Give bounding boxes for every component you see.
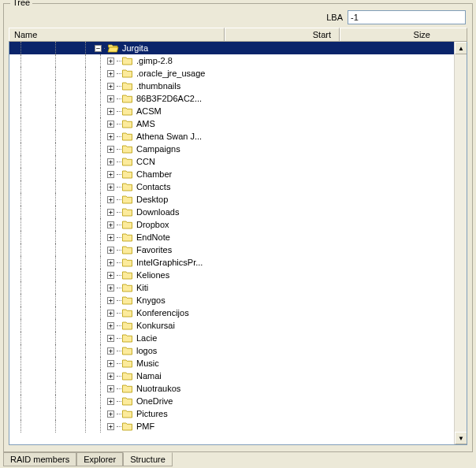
tree-row[interactable]: +Music [9, 357, 454, 370]
expander-icon[interactable]: + [107, 70, 114, 77]
tree-row-label: AMS [136, 119, 155, 128]
folder-icon [121, 283, 133, 292]
scroll-track[interactable] [455, 54, 467, 432]
scrollbar[interactable]: ▲ ▼ [454, 42, 467, 444]
folder-icon [121, 232, 133, 242]
expander-icon[interactable]: + [107, 259, 114, 266]
expander-icon[interactable]: + [107, 221, 114, 228]
header-name[interactable]: Name [9, 28, 225, 41]
expander-icon[interactable]: + [107, 171, 114, 178]
tree-row-label: Namai [136, 371, 162, 381]
tree-row[interactable]: +.thumbnails [9, 80, 454, 92]
tree-row[interactable]: +OneDrive [9, 395, 454, 407]
tab-explorer[interactable]: Explorer [76, 452, 123, 466]
tree-row-label: 86B3F2D6AC2... [136, 94, 202, 103]
tree-row-label: Dropbox [136, 220, 169, 229]
tree-row-label: Kiti [136, 283, 148, 292]
expander-icon[interactable]: + [107, 58, 114, 65]
header-size[interactable]: Size [340, 28, 467, 41]
tree-row-label: Athena Swan J... [136, 132, 202, 141]
tree-row-label: EndNote [136, 232, 170, 242]
expander-icon[interactable]: + [107, 146, 114, 153]
tree-row[interactable]: +Namai [9, 370, 454, 382]
scroll-down-icon[interactable]: ▼ [455, 432, 467, 444]
tree-row[interactable]: +Campaigns [9, 143, 454, 155]
expander-icon[interactable]: + [107, 423, 114, 430]
tree-row[interactable]: +Dropbox [9, 218, 454, 231]
tree-row[interactable]: +CCN [9, 155, 454, 168]
expander-icon[interactable]: + [107, 297, 114, 304]
tree-row[interactable]: +Lacie [9, 332, 454, 344]
expander-icon[interactable]: + [107, 398, 114, 405]
tree-row-label: Nuotraukos [136, 384, 180, 393]
header-start[interactable]: Start [225, 28, 340, 41]
folder-icon [121, 106, 133, 116]
folder-icon [121, 396, 133, 406]
tree-row[interactable]: +Contacts [9, 180, 454, 193]
folder-icon [121, 132, 133, 141]
tree-body[interactable]: −Jurgita+.gimp-2.8+.oracle_jre_usage+.th… [9, 42, 454, 444]
tree-row[interactable]: +.oracle_jre_usage [9, 67, 454, 80]
folder-icon [121, 56, 133, 65]
expander-icon[interactable]: + [107, 196, 114, 203]
tree-row[interactable]: +PMF [9, 420, 454, 433]
expander-icon[interactable]: + [107, 410, 114, 418]
expander-icon[interactable]: + [107, 373, 114, 380]
tree-row[interactable]: +Keliones [9, 269, 454, 281]
tree-row-label: Knygos [136, 295, 165, 305]
tab-raid-members[interactable]: RAID members [3, 452, 76, 466]
tree-row-label: Desktop [136, 195, 168, 204]
expander-icon[interactable]: + [107, 247, 114, 254]
expander-icon[interactable]: − [95, 45, 102, 52]
tree-row[interactable]: +Knygos [9, 294, 454, 306]
scroll-up-icon[interactable]: ▲ [455, 42, 467, 54]
expander-icon[interactable]: + [107, 322, 114, 329]
tree-row[interactable]: +Konferencijos [9, 306, 454, 319]
tree-row-label: PMF [136, 422, 154, 431]
tab-structure[interactable]: Structure [123, 452, 173, 466]
tree-row[interactable]: +86B3F2D6AC2... [9, 92, 454, 105]
expander-icon[interactable]: + [107, 284, 114, 292]
column-headers: Name Start Size [9, 28, 467, 42]
tree-row[interactable]: +Konkursai [9, 319, 454, 332]
tree-row-label: .oracle_jre_usage [136, 69, 205, 78]
tree-row[interactable]: +IntelGraphicsPr... [9, 256, 454, 269]
lba-input[interactable] [348, 10, 466, 24]
tree-row[interactable]: +Downloads [9, 206, 454, 218]
expander-icon[interactable]: + [107, 385, 114, 392]
tree-row-label: Favorites [136, 245, 172, 254]
tree-row[interactable]: +ACSM [9, 105, 454, 117]
expander-icon[interactable]: + [107, 121, 114, 128]
folder-icon [121, 321, 133, 330]
tree-row-label: ACSM [136, 106, 162, 116]
tree-row[interactable]: +AMS [9, 117, 454, 130]
tree-row-label: CCN [136, 157, 155, 166]
tree-row[interactable]: +Athena Swan J... [9, 130, 454, 143]
folder-icon [121, 94, 133, 103]
expander-icon[interactable]: + [107, 209, 114, 216]
tree-row[interactable]: +Favorites [9, 243, 454, 256]
expander-icon[interactable]: + [107, 83, 114, 90]
tree-row[interactable]: +logos [9, 344, 454, 357]
expander-icon[interactable]: + [107, 108, 114, 115]
expander-icon[interactable]: + [107, 347, 114, 355]
expander-icon[interactable]: + [107, 335, 114, 342]
group-title: Tree [10, 0, 32, 7]
tree-row[interactable]: +Nuotraukos [9, 382, 454, 395]
tree-root-row[interactable]: −Jurgita [9, 42, 454, 54]
expander-icon[interactable]: + [107, 234, 114, 241]
expander-icon[interactable]: + [107, 95, 114, 102]
expander-icon[interactable]: + [107, 158, 114, 165]
tree-row[interactable]: +Kiti [9, 281, 454, 294]
expander-icon[interactable]: + [107, 360, 114, 367]
tree-row[interactable]: +Desktop [9, 193, 454, 206]
tree-row[interactable]: +Pictures [9, 407, 454, 420]
tree-row[interactable]: +.gimp-2.8 [9, 54, 454, 67]
expander-icon[interactable]: + [107, 133, 114, 140]
expander-icon[interactable]: + [107, 272, 114, 279]
tree-row[interactable]: +EndNote [9, 231, 454, 243]
expander-icon[interactable]: + [107, 310, 114, 317]
tree-row[interactable]: +Chamber [9, 168, 454, 180]
tree-row-label: Contacts [136, 182, 170, 191]
expander-icon[interactable]: + [107, 184, 114, 191]
